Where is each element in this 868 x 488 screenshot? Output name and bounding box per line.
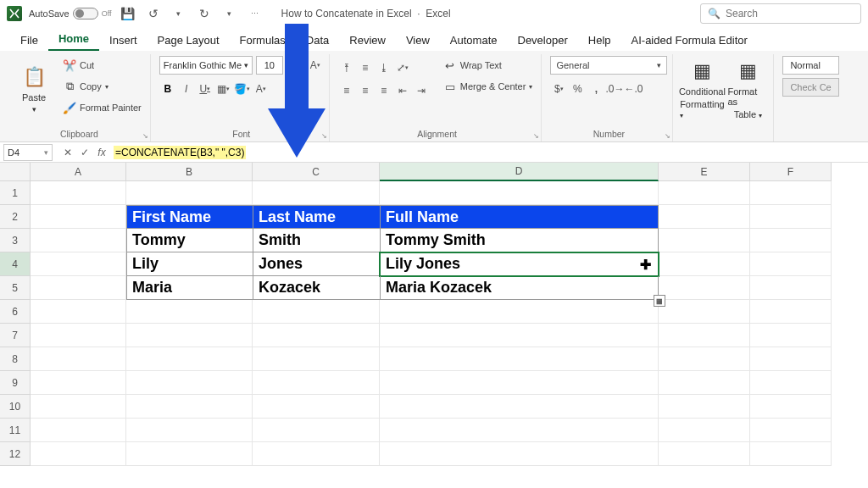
row-header[interactable]: 5: [0, 276, 31, 300]
increase-indent-button[interactable]: ⇥: [413, 82, 430, 99]
cell[interactable]: [31, 276, 126, 300]
align-top-button[interactable]: ⭱: [338, 59, 355, 76]
font-name-select[interactable]: Franklin Gothic Me▾: [159, 56, 253, 75]
dialog-launcher-icon[interactable]: ↘: [142, 132, 148, 140]
chevron-down-icon[interactable]: ▾: [170, 4, 188, 23]
increase-decimal-button[interactable]: .0→: [606, 80, 623, 97]
fx-icon[interactable]: fx: [93, 144, 110, 161]
row-header[interactable]: 2: [0, 205, 31, 229]
row-header[interactable]: 4: [0, 252, 31, 276]
row-header[interactable]: 1: [0, 181, 31, 205]
grow-font-button[interactable]: A▴: [287, 57, 303, 74]
bold-button[interactable]: B: [159, 80, 176, 97]
align-middle-button[interactable]: ≡: [357, 59, 374, 76]
tab-file[interactable]: File: [10, 30, 48, 51]
cell[interactable]: [253, 181, 380, 205]
qat-customize-icon[interactable]: ⋯: [246, 4, 264, 23]
table-header-last[interactable]: Last Name: [253, 205, 380, 229]
cell[interactable]: [659, 205, 750, 229]
cell[interactable]: [659, 181, 750, 205]
row-header[interactable]: 12: [0, 442, 31, 466]
cell[interactable]: [31, 252, 126, 276]
row-header[interactable]: 9: [0, 371, 31, 395]
borders-button[interactable]: ▦ ▾: [215, 80, 232, 97]
tab-help[interactable]: Help: [578, 30, 621, 51]
autofill-options-icon[interactable]: ▦: [654, 295, 665, 307]
align-center-button[interactable]: ≡: [357, 82, 374, 99]
cell[interactable]: [659, 252, 750, 276]
cell[interactable]: [31, 181, 126, 205]
font-size-select[interactable]: 10: [256, 56, 283, 75]
paste-button[interactable]: 📋 Paste ▾: [14, 56, 54, 122]
cell[interactable]: [31, 229, 126, 252]
cell[interactable]: [126, 181, 253, 205]
cell[interactable]: [659, 276, 750, 300]
save-icon[interactable]: 💾: [119, 4, 137, 23]
col-header-d[interactable]: D: [380, 163, 659, 181]
enter-formula-button[interactable]: ✓: [76, 144, 93, 161]
table-row[interactable]: Kozacek: [253, 276, 380, 300]
cell[interactable]: [750, 229, 832, 252]
accounting-format-button[interactable]: $ ▾: [550, 80, 567, 97]
table-header-full[interactable]: Full Name: [380, 205, 659, 229]
undo-icon[interactable]: ↺: [144, 4, 163, 23]
cell[interactable]: [750, 181, 832, 205]
redo-icon[interactable]: ↻: [195, 4, 214, 23]
table-row[interactable]: Maria Kozacek▦: [380, 276, 659, 300]
tab-developer[interactable]: Developer: [508, 30, 578, 51]
decrease-decimal-button[interactable]: ←.0: [625, 80, 642, 97]
dialog-launcher-icon[interactable]: ↘: [533, 132, 539, 140]
copy-button[interactable]: ⧉Copy ▾: [59, 77, 145, 96]
autosave-toggle[interactable]: AutoSave Off: [29, 8, 112, 19]
tab-formulas[interactable]: Formulas: [230, 30, 296, 51]
cut-button[interactable]: ✂️Cut: [59, 56, 145, 75]
table-header-first[interactable]: First Name: [126, 205, 253, 229]
align-right-button[interactable]: ≡: [376, 82, 392, 99]
row-header[interactable]: 7: [0, 324, 31, 347]
format-painter-button[interactable]: 🖌️Format Painter: [59, 98, 145, 117]
col-header-e[interactable]: E: [659, 163, 750, 181]
table-row[interactable]: Lily: [126, 252, 253, 276]
row-header[interactable]: 3: [0, 229, 31, 252]
table-row[interactable]: Tommy: [126, 229, 253, 252]
cell[interactable]: [659, 229, 750, 252]
row-header[interactable]: 10: [0, 395, 31, 419]
cell[interactable]: [380, 181, 659, 205]
dialog-launcher-icon[interactable]: ↘: [665, 132, 670, 140]
tab-home[interactable]: Home: [48, 28, 99, 51]
cell-style-normal[interactable]: Normal: [782, 56, 838, 75]
conditional-formatting-button[interactable]: ▦ Conditional Formatting ▾: [682, 56, 722, 122]
tab-data[interactable]: Data: [296, 30, 339, 51]
table-row[interactable]: Tommy Smith: [380, 229, 659, 252]
format-as-table-button[interactable]: ▦ Format as Table ▾: [727, 56, 768, 122]
cancel-formula-button[interactable]: ✕: [59, 144, 76, 161]
tab-ai-editor[interactable]: AI-aided Formula Editor: [621, 30, 758, 51]
col-header-f[interactable]: F: [750, 163, 832, 181]
row-header[interactable]: 6: [0, 300, 31, 324]
table-row[interactable]: Smith: [253, 229, 380, 252]
col-header-a[interactable]: A: [31, 163, 126, 181]
formula-input[interactable]: =CONCATENATE(B3," ",C3): [110, 147, 868, 158]
col-header-b[interactable]: B: [126, 163, 253, 181]
percent-format-button[interactable]: %: [569, 80, 586, 97]
table-row[interactable]: Maria: [126, 276, 253, 300]
tab-insert[interactable]: Insert: [99, 30, 147, 51]
col-header-c[interactable]: C: [253, 163, 380, 181]
wrap-text-button[interactable]: ↩Wrap Text: [440, 56, 537, 75]
name-box[interactable]: D4▾: [3, 144, 53, 161]
tab-page-layout[interactable]: Page Layout: [147, 30, 230, 51]
dialog-launcher-icon[interactable]: ↘: [321, 132, 327, 140]
shrink-font-button[interactable]: A▾: [307, 57, 324, 74]
align-bottom-button[interactable]: ⭳: [376, 59, 392, 76]
merge-center-button[interactable]: ▭Merge & Center ▾: [440, 77, 537, 96]
cell[interactable]: [31, 205, 126, 229]
tab-automate[interactable]: Automate: [440, 30, 508, 51]
active-cell-d4[interactable]: Lily Jones✚: [380, 252, 659, 276]
table-row[interactable]: Jones: [253, 252, 380, 276]
spreadsheet-grid[interactable]: A B C D E F 1 2 First Name Last Name Ful…: [0, 163, 868, 466]
comma-format-button[interactable]: ,: [587, 80, 604, 97]
fill-color-button[interactable]: 🪣▾: [234, 80, 251, 97]
select-all-corner[interactable]: [0, 163, 31, 181]
cell-style-check[interactable]: Check Ce: [782, 78, 838, 97]
cell[interactable]: [750, 205, 832, 229]
